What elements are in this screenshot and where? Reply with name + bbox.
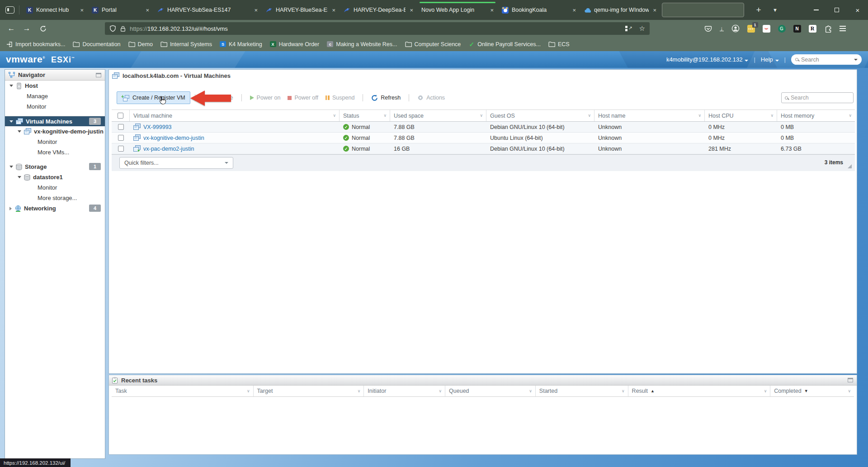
close-icon[interactable]: × <box>653 7 656 14</box>
col-status[interactable]: Status <box>340 110 390 121</box>
col-virtual-machine[interactable]: Virtual machine <box>130 110 340 121</box>
bookmark-folder-demo[interactable]: Demo <box>128 41 153 48</box>
column-menu-icon[interactable] <box>529 389 532 393</box>
lock-icon[interactable] <box>120 25 126 32</box>
column-menu-icon[interactable] <box>358 389 361 393</box>
expand-arrow-icon[interactable] <box>9 120 13 123</box>
forward-button[interactable]: → <box>20 22 33 35</box>
nav-item-virtual-machines[interactable]: Virtual Machines 3 <box>5 116 105 126</box>
tab-harvey-deepsea[interactable]: HARVEY-DeepSea-ES12 × <box>340 0 417 20</box>
create-register-vm-button[interactable]: + Create / Register VM <box>117 91 190 104</box>
bookmark-hardware-order[interactable]: X Hardware Order <box>270 41 320 48</box>
header-search-box[interactable]: Search <box>791 54 862 65</box>
col-host-name[interactable]: Host name <box>594 110 705 121</box>
nav-item-storage[interactable]: Storage 1 <box>5 162 105 172</box>
close-icon[interactable]: × <box>572 7 576 14</box>
quick-filters-dropdown[interactable]: Quick filters... <box>119 157 233 169</box>
bookmark-online-payroll[interactable]: ✓ Online Payroll Services... <box>468 41 541 48</box>
col-queued[interactable]: Queued <box>445 386 536 396</box>
col-initiator[interactable]: Initiator <box>364 386 445 396</box>
nav-item-host-manage[interactable]: Manage <box>5 91 105 101</box>
shield-icon[interactable] <box>109 25 116 32</box>
close-icon[interactable]: × <box>410 7 413 14</box>
help-menu[interactable]: Help <box>761 56 779 63</box>
bookmark-star-icon[interactable]: ☆ <box>639 24 645 33</box>
chevron-down-icon[interactable] <box>854 59 858 61</box>
pocket-icon[interactable] <box>704 25 712 33</box>
password-manager-extension-icon[interactable]: •••1 <box>747 25 755 33</box>
column-menu-icon[interactable] <box>849 113 852 118</box>
column-menu-icon[interactable] <box>588 113 591 118</box>
vm-link[interactable]: vx-pac-demo2-justin <box>143 146 194 152</box>
close-icon[interactable]: × <box>80 7 84 14</box>
expand-arrow-icon[interactable] <box>9 85 13 87</box>
tab-localhost-k4lab-active[interactable]: localhost.k4lab.com - V × <box>662 3 744 17</box>
tab-portal[interactable]: K Portal × <box>88 0 153 20</box>
nav-item-host-monitor[interactable]: Monitor <box>5 101 105 112</box>
col-host-cpu[interactable]: Host CPU <box>705 110 777 121</box>
tab-harvey-bluesea[interactable]: HARVEY-BlueSea-ES12 × <box>262 0 340 20</box>
close-icon[interactable]: × <box>332 7 335 14</box>
close-icon[interactable]: × <box>146 7 149 14</box>
suspend-button[interactable]: Suspend <box>326 95 354 101</box>
col-target[interactable]: Target <box>254 386 364 396</box>
nav-item-more-storage[interactable]: More storage... <box>5 193 105 203</box>
collapse-arrow-icon[interactable] <box>9 207 12 210</box>
row-checkbox[interactable] <box>118 124 124 130</box>
user-menu[interactable]: k4mobility@192.168.202.132 <box>666 56 749 63</box>
table-row[interactable]: VX-999993 Normal 7.88 GB Debian GNU/Linu… <box>112 122 855 133</box>
nav-item-datastore1[interactable]: datastore1 <box>5 172 105 182</box>
back-button[interactable]: ← <box>5 22 18 35</box>
popout-icon[interactable] <box>96 73 101 77</box>
column-menu-icon[interactable] <box>383 113 387 118</box>
column-menu-icon[interactable] <box>480 113 483 118</box>
power-on-button[interactable]: Power on <box>250 95 281 101</box>
col-completed[interactable]: Completed▼ <box>770 386 854 396</box>
nav-item-networking[interactable]: Networking 4 <box>5 203 105 214</box>
tab-qemu-img[interactable]: qemu-img for WIndow × <box>580 0 660 20</box>
nav-item-vm-monitor[interactable]: Monitor <box>5 137 105 147</box>
col-guest-os[interactable]: Guest OS <box>486 110 594 121</box>
col-task[interactable]: Task <box>112 386 254 396</box>
bookmark-k4-marketing[interactable]: S K4 Marketing <box>220 41 262 48</box>
nav-item-storage-monitor[interactable]: Monitor <box>5 182 105 193</box>
url-bar[interactable]: https://192.168.202.132/ui/#/host/vms ↗ … <box>105 22 650 35</box>
resize-grip-icon[interactable] <box>848 164 852 168</box>
popout-icon[interactable] <box>848 378 853 382</box>
column-menu-icon[interactable] <box>848 389 851 393</box>
actions-button[interactable]: Actions <box>417 95 445 101</box>
menu-hamburger-icon[interactable] <box>840 26 846 31</box>
close-icon[interactable]: × <box>254 7 258 14</box>
column-menu-icon[interactable] <box>764 389 767 393</box>
account-icon[interactable] <box>731 24 740 33</box>
row-checkbox[interactable] <box>118 135 124 141</box>
tab-bookingkoala[interactable]: BookingKoala × <box>498 0 580 20</box>
assistant-extension-icon[interactable] <box>763 25 770 33</box>
refresh-button[interactable]: Refresh <box>371 95 401 101</box>
column-menu-icon[interactable] <box>247 389 250 393</box>
expand-arrow-icon[interactable] <box>18 176 21 178</box>
bookmark-folder-documentation[interactable]: Documentation <box>73 41 120 48</box>
close-icon[interactable]: × <box>490 7 494 14</box>
expand-arrow-icon[interactable] <box>18 130 21 133</box>
reload-button[interactable] <box>36 22 50 35</box>
table-row[interactable]: vx-pac-demo2-justin Normal 16 GB Debian … <box>112 143 855 154</box>
column-menu-icon[interactable] <box>333 113 336 118</box>
grammarly-extension-icon[interactable]: G <box>778 25 786 33</box>
nav-item-host[interactable]: Host <box>5 81 105 91</box>
nav-item-more-vms[interactable]: More VMs... <box>5 147 105 157</box>
power-off-button[interactable]: Power off <box>288 95 318 101</box>
notion-extension-icon[interactable]: N <box>793 25 801 33</box>
nav-item-vx-kognitive[interactable]: vx-kognitive-demo-justin <box>5 126 105 137</box>
column-menu-icon[interactable] <box>698 113 701 118</box>
bookmark-folder-internal-systems[interactable]: Internal Systems <box>160 41 212 48</box>
col-used-space[interactable]: Used space <box>390 110 486 121</box>
col-started[interactable]: Started <box>536 386 628 396</box>
select-all-checkbox[interactable] <box>118 113 123 119</box>
firefox-view-icon[interactable] <box>5 6 14 14</box>
column-menu-icon[interactable] <box>622 389 625 393</box>
col-host-memory[interactable]: Host memory <box>777 110 855 121</box>
bookmark-folder-ecs[interactable]: ECS <box>548 41 570 48</box>
tab-harvey-subsea[interactable]: HARVEY-SubSea-ES147 × <box>153 0 262 20</box>
bookmark-folder-computer-science[interactable]: Computer Science <box>405 41 461 48</box>
